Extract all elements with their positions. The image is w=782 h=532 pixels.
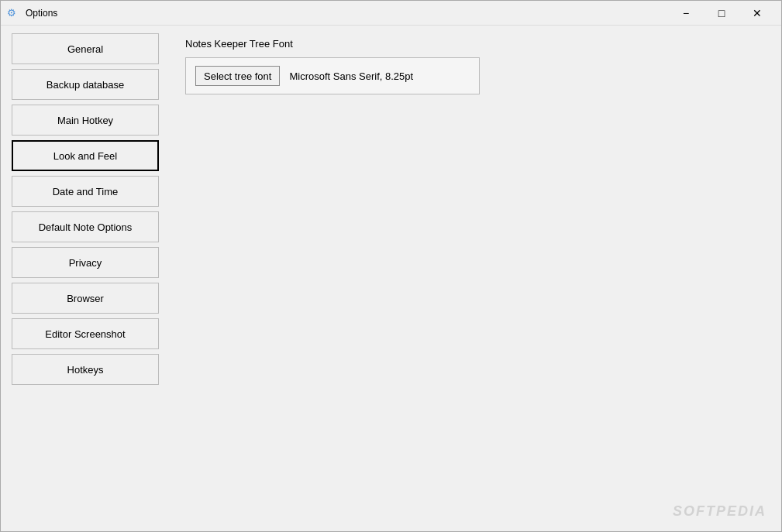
sidebar-btn-privacy[interactable]: Privacy xyxy=(12,247,159,278)
main-panel: Notes Keeper Tree Font Select tree font … xyxy=(170,26,781,531)
section-title: Notes Keeper Tree Font xyxy=(185,38,766,50)
app-icon: ⚙ xyxy=(7,7,19,19)
window-title: Options xyxy=(26,8,668,19)
close-button[interactable]: ✕ xyxy=(739,1,775,26)
sidebar-btn-hotkeys[interactable]: Hotkeys xyxy=(12,354,159,385)
font-selector-box: Select tree font Microsoft Sans Serif, 8… xyxy=(185,57,480,94)
sidebar-btn-main-hotkey[interactable]: Main Hotkey xyxy=(12,105,159,136)
minimize-button[interactable]: − xyxy=(668,1,704,26)
main-window: ⚙ Options − □ ✕ GeneralBackup databaseMa… xyxy=(0,0,782,532)
sidebar-btn-editor-screenshot[interactable]: Editor Screenshot xyxy=(12,318,159,349)
select-font-button[interactable]: Select tree font xyxy=(195,66,280,86)
sidebar-btn-browser[interactable]: Browser xyxy=(12,283,159,314)
sidebar-btn-look-and-feel[interactable]: Look and Feel xyxy=(12,140,159,171)
sidebar-btn-backup-database[interactable]: Backup database xyxy=(12,69,159,100)
look-and-feel-panel: Notes Keeper Tree Font Select tree font … xyxy=(185,38,766,94)
window-controls: − □ ✕ xyxy=(668,1,775,26)
font-value-display: Microsoft Sans Serif, 8.25pt xyxy=(289,70,413,82)
title-bar: ⚙ Options − □ ✕ xyxy=(1,1,781,26)
sidebar-btn-general[interactable]: General xyxy=(12,33,159,64)
sidebar-btn-default-note-options[interactable]: Default Note Options xyxy=(12,211,159,242)
maximize-button[interactable]: □ xyxy=(704,1,739,26)
sidebar-btn-date-and-time[interactable]: Date and Time xyxy=(12,176,159,207)
sidebar: GeneralBackup databaseMain HotkeyLook an… xyxy=(1,26,170,531)
content-area: GeneralBackup databaseMain HotkeyLook an… xyxy=(1,26,781,531)
